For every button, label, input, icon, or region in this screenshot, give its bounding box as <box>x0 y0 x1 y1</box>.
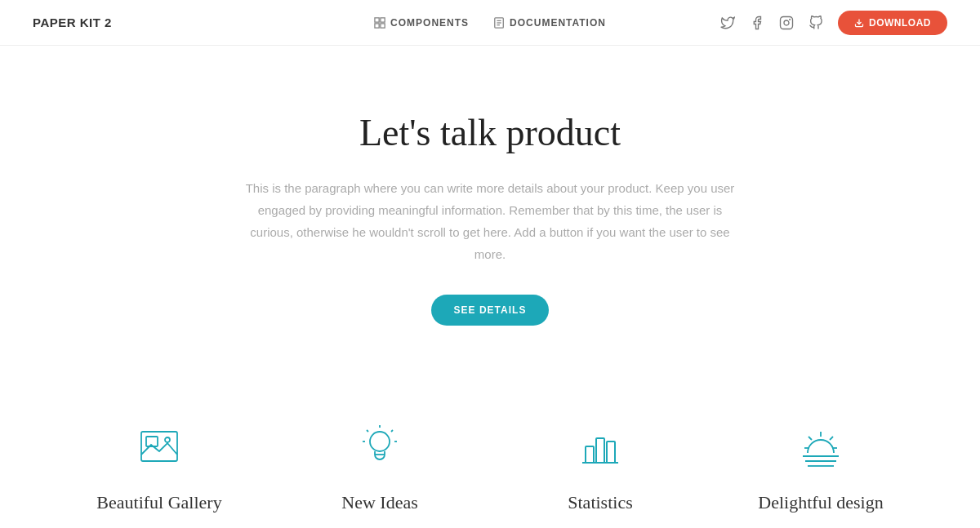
feature-title-ideas: New Ideas <box>294 492 466 513</box>
lightbulb-icon <box>355 424 404 473</box>
hero-description: This is the paragraph where you can writ… <box>245 177 735 265</box>
see-details-button[interactable]: SEE DETAILS <box>431 295 550 326</box>
svg-rect-1 <box>381 17 385 21</box>
feature-desc-gallery: Spend your time generating new ideas. Yo… <box>74 525 245 528</box>
doc-icon <box>493 17 505 29</box>
gallery-icon <box>135 424 184 473</box>
hero-title: Let's talk product <box>163 111 817 154</box>
svg-rect-22 <box>586 446 594 463</box>
feature-desc-statistics: Choose from a variety of many colors res… <box>514 525 686 528</box>
svg-line-30 <box>830 437 833 440</box>
svg-line-29 <box>808 437 812 440</box>
svg-rect-23 <box>596 438 604 463</box>
instagram-icon[interactable] <box>779 16 794 30</box>
github-icon[interactable] <box>808 16 823 30</box>
features-section: Beautiful Gallery Spend your time genera… <box>0 366 980 528</box>
feature-card-gallery: Beautiful Gallery Spend your time genera… <box>49 407 270 528</box>
feature-desc-ideas: Larger, yet dramatically thinner. More p… <box>294 525 466 528</box>
svg-rect-24 <box>607 441 615 463</box>
svg-rect-3 <box>381 23 385 27</box>
download-icon <box>854 18 864 28</box>
svg-rect-2 <box>375 23 379 27</box>
nav-right: DOWNLOAD <box>720 11 947 35</box>
hero-section: Let's talk product This is the paragraph… <box>0 46 980 366</box>
svg-rect-0 <box>375 17 379 21</box>
feature-title-statistics: Statistics <box>514 492 686 513</box>
feature-card-design: Delightful design Find unique and handma… <box>710 407 931 528</box>
svg-point-10 <box>790 19 791 20</box>
svg-line-19 <box>367 430 368 432</box>
feature-title-gallery: Beautiful Gallery <box>74 492 245 513</box>
bar-chart-icon <box>576 424 625 473</box>
feature-card-statistics: Statistics Choose from a variety of many… <box>490 407 710 528</box>
sunrise-icon <box>796 424 845 473</box>
facebook-icon[interactable] <box>750 16 764 30</box>
components-link[interactable]: COMPONENTS <box>374 17 469 29</box>
documentation-link[interactable]: DOCUMENTATION <box>493 17 606 29</box>
svg-point-9 <box>784 20 789 25</box>
svg-point-15 <box>370 432 390 451</box>
feature-title-design: Delightful design <box>735 492 906 513</box>
nav-links: COMPONENTS DOCUMENTATION <box>374 17 606 29</box>
download-button[interactable]: DOWNLOAD <box>838 11 947 35</box>
feature-card-ideas: New Ideas Larger, yet dramatically thinn… <box>270 407 490 528</box>
feature-desc-design: Find unique and handmade delightful desi… <box>735 525 906 528</box>
svg-line-18 <box>391 430 393 432</box>
svg-point-14 <box>165 437 170 442</box>
grid-icon <box>374 17 385 29</box>
svg-rect-8 <box>781 16 793 29</box>
brand-logo[interactable]: PAPER KIT 2 <box>33 16 112 29</box>
navbar: PAPER KIT 2 COMPONENTS DOCUMENTATION <box>0 0 980 46</box>
twitter-icon[interactable] <box>720 16 735 30</box>
